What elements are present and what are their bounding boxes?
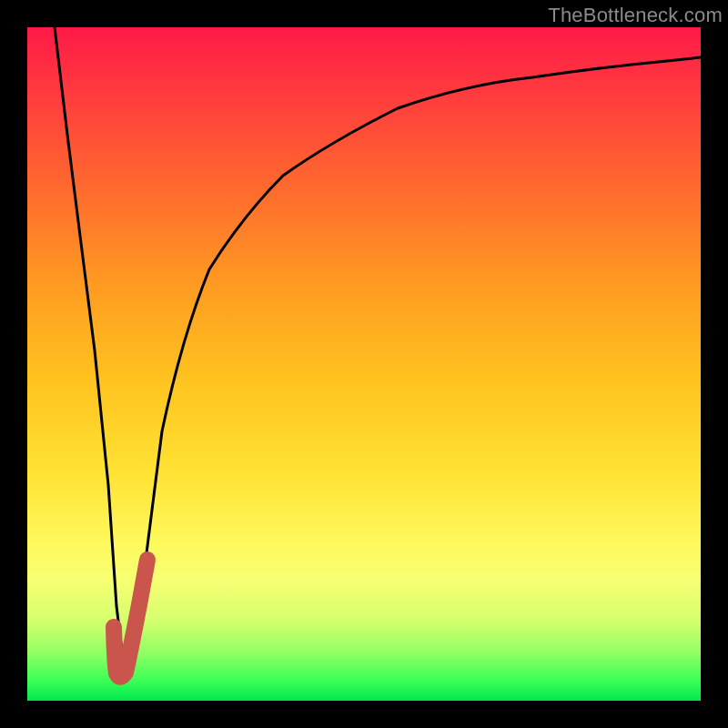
watermark-label: TheBottleneck.com [548,4,723,27]
plot-area [27,27,701,701]
chart-frame: TheBottleneck.com [0,0,728,728]
curve-layer [27,27,701,701]
